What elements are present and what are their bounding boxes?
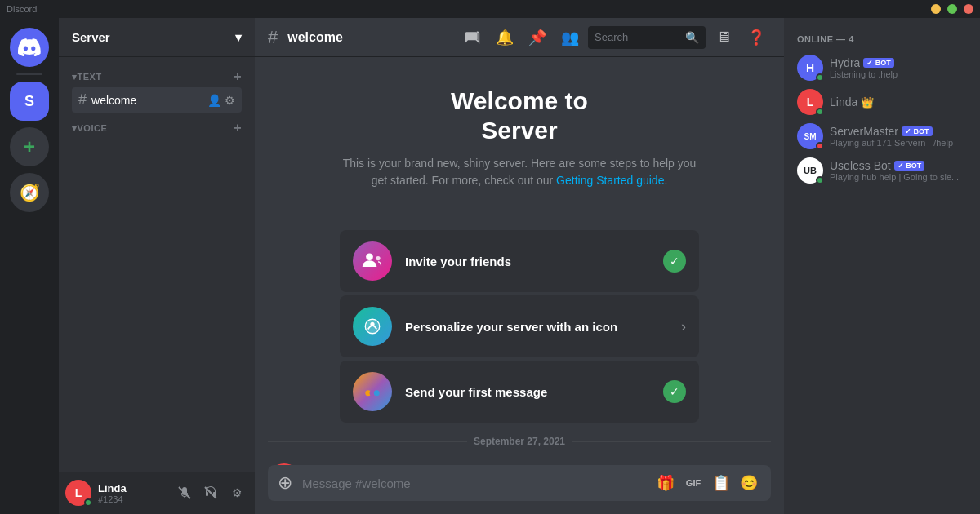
member-status-hydra xyxy=(816,73,824,82)
member-item-hydra[interactable]: H Hydra ✓ BOT Listening to .help xyxy=(791,51,973,85)
titlebar-title: Discord xyxy=(7,4,37,14)
getting-started-link[interactable]: Getting Started guide xyxy=(556,174,664,187)
category-text-header[interactable]: ▾ TEXT + xyxy=(65,67,248,86)
user-panel: L Linda #1234 ⚙ xyxy=(59,472,255,514)
add-file-button[interactable]: ⊕ xyxy=(278,472,292,494)
linda-crown-badge: 👑 xyxy=(861,96,874,109)
messages-area: Welcome toServer This is your brand new,… xyxy=(255,57,784,465)
member-name-linda: Linda xyxy=(830,95,858,109)
message-input[interactable] xyxy=(302,467,644,499)
member-name-uselessbot: Useless Bot xyxy=(830,159,891,172)
svg-point-3 xyxy=(376,256,380,260)
emoji-button[interactable]: 😊 xyxy=(737,471,761,495)
input-tools: 🎁 GIF 📋 😊 xyxy=(653,471,761,495)
add-voice-channel-button[interactable]: + xyxy=(234,122,242,135)
server-header[interactable]: Server ▾ xyxy=(59,18,255,57)
date-line-right xyxy=(572,441,771,442)
date-label: September 27, 2021 xyxy=(474,436,565,447)
date-line-left xyxy=(268,441,467,442)
category-voice: ▾ VOICE + xyxy=(59,115,255,140)
settings-icon[interactable]: ⚙ xyxy=(225,94,235,107)
member-avatar-uselessbot: UB xyxy=(797,157,823,184)
user-name: Linda xyxy=(98,482,167,494)
member-activity-uselessbot: Playing hub help | Going to sle... xyxy=(830,172,967,182)
task-item-message[interactable]: Send your first message ✓ xyxy=(340,361,699,423)
discord-home-button[interactable] xyxy=(10,28,49,67)
search-bar[interactable]: 🔍 xyxy=(588,26,706,49)
task-message-check: ✓ xyxy=(663,380,686,403)
user-controls: ⚙ xyxy=(173,481,248,504)
minimize-button[interactable] xyxy=(931,4,941,14)
mute-button[interactable] xyxy=(173,481,196,504)
task-item-personalize[interactable]: Personalize your server with an icon › xyxy=(340,295,699,357)
category-text: ▾ TEXT + # welcome 👤 ⚙ xyxy=(59,64,255,115)
hydra-bot-badge: ✓ BOT xyxy=(863,58,894,68)
add-server-button[interactable]: + xyxy=(10,127,49,166)
member-activity-servermaster: Playing auf 171 Servern - /help xyxy=(830,138,967,148)
member-avatar-servermaster: SM xyxy=(797,123,823,149)
header-icons: 🔔 📌 👥 🔍 🖥 ❓ xyxy=(457,23,771,52)
member-info-servermaster: ServerMaster ✓ BOT Playing auf 171 Serve… xyxy=(830,125,967,148)
channel-header: # welcome 🔔 📌 👥 🔍 🖥 ❓ xyxy=(255,18,784,57)
member-item-linda[interactable]: L Linda 👑 xyxy=(791,85,973,119)
maximize-button[interactable] xyxy=(947,4,957,14)
channel-item-welcome[interactable]: # welcome 👤 ⚙ xyxy=(72,87,242,113)
app-layout: S + 🧭 Server ▾ ▾ TEXT + # welcome 👤 xyxy=(0,18,980,514)
member-item-uselessbot[interactable]: UB Useless Bot ✓ BOT Playing hub help | … xyxy=(791,153,973,188)
channel-header-name: welcome xyxy=(287,30,343,45)
explore-servers-button[interactable]: 🧭 xyxy=(10,173,49,212)
channel-list: ▾ TEXT + # welcome 👤 ⚙ ▾ VOICE + xyxy=(59,57,255,472)
user-info: Linda #1234 xyxy=(98,482,167,504)
user-tag: #1234 xyxy=(98,494,167,504)
member-activity-hydra: Listening to .help xyxy=(830,69,967,79)
server-name: Server xyxy=(72,30,110,44)
deafen-button[interactable] xyxy=(199,481,222,504)
gif-button[interactable]: GIF xyxy=(681,471,706,495)
task-personalize-label: Personalize your server with an icon xyxy=(405,320,668,334)
task-personalize-arrow: › xyxy=(681,318,686,335)
pin-button[interactable]: 📌 xyxy=(523,23,552,52)
member-status-servermaster xyxy=(816,142,824,150)
search-input[interactable] xyxy=(595,31,680,43)
channel-name: welcome xyxy=(91,94,203,107)
notifications-button[interactable]: 🔔 xyxy=(490,23,519,52)
sticker-button[interactable]: 📋 xyxy=(709,471,733,495)
user-status-dot xyxy=(84,498,92,507)
task-invite-check: ✓ xyxy=(663,250,686,273)
welcome-title: Welcome toServer xyxy=(451,86,588,145)
threads-button[interactable] xyxy=(457,23,487,52)
member-avatar-hydra: H xyxy=(797,55,823,81)
uselessbot-bot-badge: ✓ BOT xyxy=(894,161,925,171)
svg-point-8 xyxy=(374,390,380,396)
titlebar: Discord xyxy=(0,0,980,18)
category-text-label: TEXT xyxy=(78,72,234,82)
member-status-uselessbot xyxy=(816,176,824,184)
channel-action-icons: 👤 ⚙ xyxy=(207,94,235,107)
server-icon-main[interactable]: S xyxy=(10,82,49,121)
add-text-channel-button[interactable]: + xyxy=(234,70,242,83)
server-divider xyxy=(16,73,42,75)
add-member-icon[interactable]: 👤 xyxy=(207,94,221,107)
help-button[interactable]: ❓ xyxy=(742,23,771,52)
settings-button[interactable]: ⚙ xyxy=(225,481,248,504)
member-info-hydra: Hydra ✓ BOT Listening to .help xyxy=(830,56,967,79)
message-input-area: ⊕ 🎁 GIF 📋 😊 xyxy=(255,465,784,514)
task-message-icon xyxy=(353,372,392,411)
member-status-linda xyxy=(816,108,824,116)
close-button[interactable] xyxy=(964,4,973,14)
member-info-uselessbot: Useless Bot ✓ BOT Playing hub help | Goi… xyxy=(830,159,967,182)
task-message-label: Send your first message xyxy=(405,385,650,399)
titlebar-controls[interactable] xyxy=(931,4,973,14)
welcome-section: Welcome toServer This is your brand new,… xyxy=(268,70,771,214)
category-voice-header[interactable]: ▾ VOICE + xyxy=(65,118,248,138)
task-item-invite[interactable]: Invite your friends ✓ xyxy=(340,230,699,292)
welcome-description: This is your brand new, shiny server. He… xyxy=(340,155,699,189)
inbox-button[interactable]: 🖥 xyxy=(709,23,738,52)
message-input-wrapper: ⊕ 🎁 GIF 📋 😊 xyxy=(268,465,771,501)
members-button[interactable]: 👥 xyxy=(555,23,585,52)
task-invite-label: Invite your friends xyxy=(405,255,650,268)
gift-button[interactable]: 🎁 xyxy=(653,471,678,495)
member-item-servermaster[interactable]: SM ServerMaster ✓ BOT Playing auf 171 Se… xyxy=(791,119,973,153)
members-sidebar: ONLINE — 4 H Hydra ✓ BOT Listening to .h… xyxy=(784,18,980,514)
task-personalize-icon xyxy=(353,307,392,346)
